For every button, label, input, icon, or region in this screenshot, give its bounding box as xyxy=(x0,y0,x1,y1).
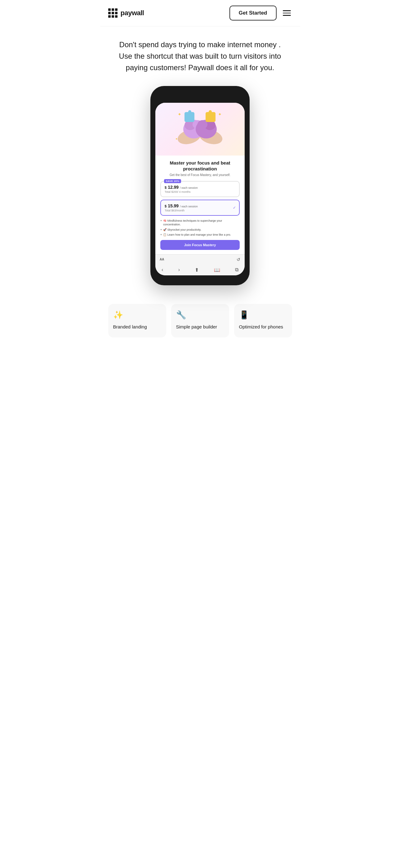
phone-home-bar xyxy=(185,278,215,279)
hero-section: Don't spend days trying to make internet… xyxy=(100,26,300,80)
logo-dot xyxy=(112,15,114,18)
price-dollar-2: $ xyxy=(165,204,167,208)
menu-button[interactable] xyxy=(281,9,292,17)
feature-label-builder: Simple page builder xyxy=(176,324,218,330)
app-title: Master your focus and beat procrastinati… xyxy=(160,160,240,172)
puzzle-illustration: ✦ ✦ ✦ xyxy=(155,103,245,156)
join-button[interactable]: Join Focus Mastery xyxy=(160,240,240,250)
logo-dot xyxy=(112,12,114,14)
app-subtitle: Get the best of Focus Mastery, and yours… xyxy=(160,173,240,177)
check-icon: ✓ xyxy=(233,206,236,210)
browser-bar: AA ↺ xyxy=(155,254,245,265)
price-total-1: Total $200/ 4 months xyxy=(165,190,235,193)
feature-card-branded: ✨ Branded landing xyxy=(108,304,166,337)
logo-dot xyxy=(108,15,111,18)
feature-item-1: + 🧠 Mindfulness techniques to supercharg… xyxy=(160,219,240,227)
app-content: Master your focus and beat procrastinati… xyxy=(155,156,245,254)
price-period-1: / each session xyxy=(180,186,198,189)
logo-dot xyxy=(112,8,114,11)
menu-line xyxy=(283,13,291,14)
feature-text-1: 🧠 Mindfulness techniques to supercharge … xyxy=(163,219,240,227)
logo-dot xyxy=(115,8,118,11)
features-list: + 🧠 Mindfulness techniques to supercharg… xyxy=(160,219,240,237)
feature-item-3: + 📋 Learn how to plan and manage your ti… xyxy=(160,233,240,237)
pricing-card-2[interactable]: $ 15.99 / each session Total $63/month ✓ xyxy=(160,199,240,216)
logo-dot xyxy=(115,12,118,14)
browser-forward-icon[interactable]: › xyxy=(178,267,180,273)
logo-grid-icon xyxy=(108,8,118,18)
feature-plus-3: + xyxy=(160,233,162,237)
svg-text:✦: ✦ xyxy=(218,112,222,117)
header: paywall Get Started xyxy=(100,0,300,26)
browser-share-icon[interactable]: ⬆ xyxy=(195,267,199,273)
phone-notch xyxy=(183,91,217,100)
feature-plus-2: + xyxy=(160,228,162,232)
builder-icon: 🔧 xyxy=(176,310,224,320)
get-started-button[interactable]: Get Started xyxy=(229,6,276,21)
browser-nav: ‹ › ⬆ 📖 ⧉ xyxy=(155,265,245,275)
feature-plus-1: + xyxy=(160,219,162,223)
price-amount-1: 12.99 xyxy=(168,185,178,190)
price-total-2: Total $63/month xyxy=(165,209,235,212)
logo-dot xyxy=(115,15,118,18)
browser-aa: AA xyxy=(160,258,164,261)
price-amount-2: 15.99 xyxy=(168,203,178,208)
app-hero-image: ✦ ✦ ✦ xyxy=(155,103,245,156)
phone-mockup: ✦ ✦ ✦ xyxy=(151,86,249,285)
logo-text: paywall xyxy=(121,9,144,17)
logo-dot xyxy=(108,12,111,14)
phone-screen: ✦ ✦ ✦ xyxy=(155,103,245,275)
branded-icon: ✨ xyxy=(113,310,161,320)
menu-line xyxy=(283,15,291,16)
svg-rect-14 xyxy=(209,110,212,114)
browser-reload-icon[interactable]: ↺ xyxy=(237,257,240,262)
svg-text:✦: ✦ xyxy=(175,137,178,141)
svg-text:✦: ✦ xyxy=(178,112,181,117)
hero-text: Don't spend days trying to make internet… xyxy=(113,39,287,73)
phones-icon: 📱 xyxy=(239,310,287,320)
save-badge: SAVE 20% xyxy=(164,179,181,183)
brain-puzzle-svg: ✦ ✦ ✦ xyxy=(172,109,228,149)
logo-dot xyxy=(108,8,111,11)
header-right: Get Started xyxy=(229,6,292,21)
feature-card-builder: 🔧 Simple page builder xyxy=(171,304,229,337)
price-period-2: / each session xyxy=(180,205,198,208)
pricing-card-1[interactable]: SAVE 20% $ 12.99 / each session Total $2… xyxy=(160,181,240,197)
price-row-2: $ 15.99 / each session xyxy=(165,203,235,208)
feature-label-phones: Optimized for phones xyxy=(239,324,284,330)
feature-label-branded: Branded landing xyxy=(113,324,147,330)
browser-back-icon[interactable]: ‹ xyxy=(162,267,163,273)
browser-bookmarks-icon[interactable]: 📖 xyxy=(214,267,220,273)
price-dollar-1: $ xyxy=(165,186,167,189)
feature-card-phones: 📱 Optimized for phones xyxy=(234,304,292,337)
logo-area: paywall xyxy=(108,8,144,18)
phone-section: ✦ ✦ ✦ xyxy=(100,80,300,294)
price-row-1: $ 12.99 / each session xyxy=(165,185,235,190)
browser-tabs-icon[interactable]: ⧉ xyxy=(235,267,238,273)
features-section: ✨ Branded landing 🔧 Simple page builder … xyxy=(100,294,300,350)
menu-line xyxy=(283,10,291,11)
feature-text-3: 📋 Learn how to plan and manage your time… xyxy=(163,233,231,237)
svg-rect-12 xyxy=(188,110,191,114)
feature-item-2: + 🚀 Skyrocket your productivity. xyxy=(160,228,240,232)
feature-text-2: 🚀 Skyrocket your productivity. xyxy=(163,228,201,232)
